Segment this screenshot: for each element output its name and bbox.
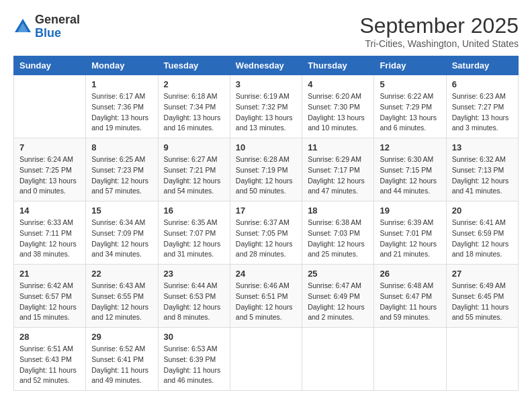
calendar-cell: 22Sunrise: 6:43 AMSunset: 6:55 PMDayligh… [86, 265, 158, 328]
daylight-text: Daylight: 12 hours and 44 minutes. [380, 176, 440, 197]
day-number: 28 [19, 332, 80, 342]
calendar-cell: 12Sunrise: 6:30 AMSunset: 7:15 PMDayligh… [374, 138, 446, 201]
sunset-text: Sunset: 7:29 PM [380, 102, 440, 113]
sunrise-text: Sunrise: 6:38 AM [308, 218, 368, 228]
calendar-cell: 26Sunrise: 6:48 AMSunset: 6:47 PMDayligh… [374, 265, 446, 328]
day-info: Sunrise: 6:33 AMSunset: 7:11 PMDaylight:… [19, 218, 80, 260]
day-info: Sunrise: 6:20 AMSunset: 7:30 PMDaylight:… [308, 91, 368, 134]
day-info: Sunrise: 6:25 AMSunset: 7:23 PMDaylight:… [91, 154, 152, 197]
day-number: 6 [452, 79, 513, 89]
day-info: Sunrise: 6:34 AMSunset: 7:09 PMDaylight:… [91, 218, 152, 260]
calendar-week-1: 1Sunrise: 6:17 AMSunset: 7:36 PMDaylight… [14, 75, 519, 138]
day-info: Sunrise: 6:19 AMSunset: 7:32 PMDaylight:… [236, 91, 296, 134]
day-info: Sunrise: 6:38 AMSunset: 7:03 PMDaylight:… [308, 218, 368, 260]
sunrise-text: Sunrise: 6:25 AM [91, 154, 152, 165]
sunrise-text: Sunrise: 6:28 AM [236, 154, 296, 165]
calendar-cell: 2Sunrise: 6:18 AMSunset: 7:34 PMDaylight… [158, 75, 230, 138]
daylight-text: Daylight: 12 hours and 2 minutes. [308, 302, 368, 324]
calendar-cell: 16Sunrise: 6:35 AMSunset: 7:07 PMDayligh… [158, 201, 230, 265]
calendar-cell: 13Sunrise: 6:32 AMSunset: 7:13 PMDayligh… [446, 138, 518, 201]
calendar-cell: 4Sunrise: 6:20 AMSunset: 7:30 PMDaylight… [302, 75, 374, 138]
daylight-text: Daylight: 12 hours and 41 minutes. [452, 176, 513, 197]
day-info: Sunrise: 6:32 AMSunset: 7:13 PMDaylight:… [452, 154, 513, 197]
calendar-cell: 11Sunrise: 6:29 AMSunset: 7:17 PMDayligh… [302, 138, 374, 201]
weekday-header-tuesday: Tuesday [158, 56, 230, 75]
calendar-table: SundayMondayTuesdayWednesdayThursdayFrid… [13, 56, 519, 391]
sunrise-text: Sunrise: 6:48 AM [380, 281, 440, 291]
logo-general: General [35, 13, 80, 27]
sunrise-text: Sunrise: 6:23 AM [452, 91, 513, 102]
daylight-text: Daylight: 13 hours and 3 minutes. [452, 113, 513, 134]
sunset-text: Sunset: 7:07 PM [164, 228, 224, 239]
day-number: 23 [164, 269, 224, 279]
weekday-header-saturday: Saturday [446, 56, 518, 75]
weekday-header-wednesday: Wednesday [230, 56, 302, 75]
calendar-cell: 3Sunrise: 6:19 AMSunset: 7:32 PMDaylight… [230, 75, 302, 138]
day-number: 24 [236, 269, 296, 279]
day-info: Sunrise: 6:42 AMSunset: 6:57 PMDaylight:… [19, 281, 80, 323]
sunset-text: Sunset: 6:53 PM [164, 291, 224, 302]
calendar-cell: 23Sunrise: 6:44 AMSunset: 6:53 PMDayligh… [158, 265, 230, 328]
sunrise-text: Sunrise: 6:20 AM [308, 91, 368, 102]
calendar-cell: 28Sunrise: 6:51 AMSunset: 6:43 PMDayligh… [14, 328, 86, 391]
day-info: Sunrise: 6:29 AMSunset: 7:17 PMDaylight:… [308, 154, 368, 197]
day-number: 25 [308, 269, 368, 279]
calendar-cell: 15Sunrise: 6:34 AMSunset: 7:09 PMDayligh… [86, 201, 158, 265]
day-info: Sunrise: 6:17 AMSunset: 7:36 PMDaylight:… [91, 91, 152, 134]
calendar-cell: 27Sunrise: 6:49 AMSunset: 6:45 PMDayligh… [446, 265, 518, 328]
day-number: 15 [91, 205, 152, 216]
sunset-text: Sunset: 7:23 PM [91, 165, 152, 176]
day-info: Sunrise: 6:30 AMSunset: 7:15 PMDaylight:… [380, 154, 440, 197]
calendar-week-4: 21Sunrise: 6:42 AMSunset: 6:57 PMDayligh… [14, 265, 519, 328]
sunrise-text: Sunrise: 6:43 AM [91, 281, 152, 291]
day-number: 20 [452, 205, 513, 216]
sunset-text: Sunset: 7:01 PM [380, 228, 440, 239]
daylight-text: Daylight: 12 hours and 25 minutes. [308, 239, 368, 261]
sunset-text: Sunset: 7:21 PM [164, 165, 224, 176]
daylight-text: Daylight: 13 hours and 13 minutes. [236, 113, 296, 134]
calendar-cell: 9Sunrise: 6:27 AMSunset: 7:21 PMDaylight… [158, 138, 230, 201]
day-number: 29 [91, 332, 152, 342]
day-number: 11 [308, 142, 368, 152]
sunrise-text: Sunrise: 6:49 AM [452, 281, 513, 291]
sunrise-text: Sunrise: 6:35 AM [164, 218, 224, 228]
calendar-cell [446, 328, 518, 391]
weekday-header-sunday: Sunday [14, 56, 86, 75]
logo-icon [13, 17, 32, 36]
sunset-text: Sunset: 7:17 PM [308, 165, 368, 176]
logo: General Blue [13, 13, 80, 40]
day-number: 8 [91, 142, 152, 152]
calendar-week-3: 14Sunrise: 6:33 AMSunset: 7:11 PMDayligh… [14, 201, 519, 265]
daylight-text: Daylight: 12 hours and 28 minutes. [236, 239, 296, 261]
sunrise-text: Sunrise: 6:30 AM [380, 154, 440, 165]
sunrise-text: Sunrise: 6:24 AM [19, 154, 80, 165]
sunrise-text: Sunrise: 6:34 AM [91, 218, 152, 228]
day-info: Sunrise: 6:47 AMSunset: 6:49 PMDaylight:… [308, 281, 368, 323]
sunset-text: Sunset: 7:13 PM [452, 165, 513, 176]
calendar-cell: 19Sunrise: 6:39 AMSunset: 7:01 PMDayligh… [374, 201, 446, 265]
day-info: Sunrise: 6:49 AMSunset: 6:45 PMDaylight:… [452, 281, 513, 323]
sunset-text: Sunset: 7:36 PM [91, 102, 152, 113]
sunset-text: Sunset: 6:39 PM [164, 355, 224, 365]
day-info: Sunrise: 6:41 AMSunset: 6:59 PMDaylight:… [452, 218, 513, 260]
daylight-text: Daylight: 11 hours and 49 minutes. [91, 365, 152, 387]
daylight-text: Daylight: 12 hours and 18 minutes. [452, 239, 513, 261]
calendar-cell: 1Sunrise: 6:17 AMSunset: 7:36 PMDaylight… [86, 75, 158, 138]
month-title: September 2025 [359, 13, 519, 38]
day-info: Sunrise: 6:43 AMSunset: 6:55 PMDaylight:… [91, 281, 152, 323]
daylight-text: Daylight: 12 hours and 38 minutes. [19, 239, 80, 261]
daylight-text: Daylight: 12 hours and 31 minutes. [164, 239, 224, 261]
sunset-text: Sunset: 7:19 PM [236, 165, 296, 176]
day-number: 16 [164, 205, 224, 216]
day-number: 17 [236, 205, 296, 216]
daylight-text: Daylight: 11 hours and 46 minutes. [164, 365, 224, 387]
sunset-text: Sunset: 6:49 PM [308, 291, 368, 302]
day-info: Sunrise: 6:51 AMSunset: 6:43 PMDaylight:… [19, 344, 80, 386]
calendar-week-5: 28Sunrise: 6:51 AMSunset: 6:43 PMDayligh… [14, 328, 519, 391]
weekday-header-monday: Monday [86, 56, 158, 75]
calendar-cell: 21Sunrise: 6:42 AMSunset: 6:57 PMDayligh… [14, 265, 86, 328]
daylight-text: Daylight: 12 hours and 57 minutes. [91, 176, 152, 197]
weekday-header-thursday: Thursday [302, 56, 374, 75]
sunrise-text: Sunrise: 6:22 AM [380, 91, 440, 102]
calendar-week-2: 7Sunrise: 6:24 AMSunset: 7:25 PMDaylight… [14, 138, 519, 201]
